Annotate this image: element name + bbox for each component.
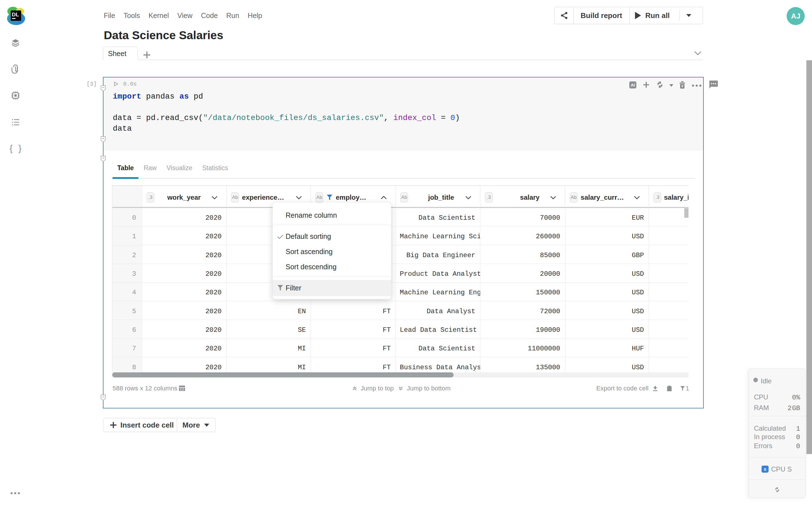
svg-text:DL: DL — [12, 11, 19, 17]
